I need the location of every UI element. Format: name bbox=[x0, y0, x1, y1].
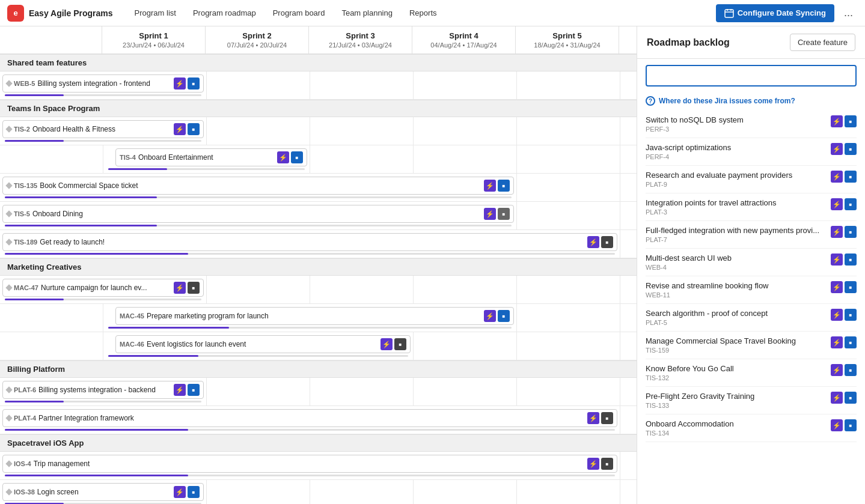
nav-program-list[interactable]: Program list bbox=[127, 5, 183, 21]
backlog-item-action-blue[interactable]: ■ bbox=[845, 336, 857, 348]
backlog-list-item[interactable]: Integration points for travel attraction… bbox=[646, 193, 857, 221]
feature-action-btn-purple[interactable]: ⚡ bbox=[587, 458, 599, 470]
app-logo[interactable]: e Easy Agile Programs bbox=[7, 5, 113, 22]
backlog-list-item[interactable]: Multi-dest search UI webWEB-4⚡■ bbox=[646, 249, 857, 276]
backlog-list-item[interactable]: Research and evaluate payment providersP… bbox=[646, 166, 857, 193]
empty-sprint-cell bbox=[414, 480, 517, 504]
empty-sprint-cell bbox=[310, 117, 414, 145]
backlog-item-action-blue[interactable]: ■ bbox=[845, 392, 857, 404]
backlog-item-action-blue[interactable]: ■ bbox=[845, 281, 857, 293]
backlog-item-action-blue[interactable]: ■ bbox=[845, 198, 857, 210]
sprint-header-4: Sprint 4 04/Aug/24 • 17/Aug/24 bbox=[412, 26, 516, 53]
backlog-item-content: Full-fledged integration with new paymen… bbox=[646, 226, 831, 243]
feature-id: IOS-4 bbox=[14, 460, 31, 467]
backlog-list-item[interactable]: Switch to noSQL DB systemPERF-3⚡■ bbox=[646, 111, 857, 138]
backlog-item-action-blue[interactable]: ■ bbox=[845, 226, 857, 238]
backlog-list-item[interactable]: Manage Commercial Space Travel BookingTI… bbox=[646, 332, 857, 359]
backlog-list-item[interactable]: Revise and streamline booking flowWEB-11… bbox=[646, 276, 857, 304]
feature-action-btn-purple[interactable]: ⚡ bbox=[484, 310, 496, 322]
backlog-item-action-purple[interactable]: ⚡ bbox=[831, 171, 843, 183]
feature-card-MAC-45[interactable]: MAC-45Prepare marketing program for laun… bbox=[115, 307, 514, 325]
team-header-2: Marketing Creatives bbox=[0, 258, 637, 276]
backlog-item-action-purple[interactable]: ⚡ bbox=[831, 392, 843, 404]
backlog-item-action-purple[interactable]: ⚡ bbox=[831, 198, 843, 210]
feature-card-TIS-4[interactable]: TIS-4Onboard Entertainment⚡■ bbox=[115, 148, 307, 166]
feature-action-btn-purple[interactable]: ⚡ bbox=[484, 208, 496, 220]
feature-card-PLAT-6[interactable]: PLAT-6Billing systems integration - back… bbox=[2, 381, 204, 399]
search-input-field[interactable] bbox=[647, 66, 855, 85]
feature-action-btn-purple[interactable]: ⚡ bbox=[277, 151, 289, 163]
backlog-item-action-purple[interactable]: ⚡ bbox=[831, 115, 843, 127]
feature-action-btn-dark[interactable]: ■ bbox=[394, 338, 406, 350]
feature-action-btn-blue[interactable]: ■ bbox=[188, 123, 200, 135]
feature-card-actions: ⚡■ bbox=[381, 338, 406, 350]
configure-date-syncing-button[interactable]: Configure Date Syncing bbox=[716, 4, 834, 22]
feature-card-TIS-5[interactable]: TIS-5Onboard Dining⚡■ bbox=[2, 205, 514, 223]
nav-program-roadmap[interactable]: Program roadmap bbox=[186, 5, 263, 21]
program-board[interactable]: Sprint 1 23/Jun/24 • 06/Jul/24 Sprint 2 … bbox=[0, 26, 637, 504]
backlog-list-item[interactable]: Search algorithm - proof of conceptPLAT-… bbox=[646, 304, 857, 332]
feature-card-TIS-135[interactable]: TIS-135Book Commercial Space ticket⚡■ bbox=[2, 177, 514, 195]
backlog-item-action-purple[interactable]: ⚡ bbox=[831, 226, 843, 238]
backlog-item-action-blue[interactable]: ■ bbox=[845, 419, 857, 431]
feature-action-btn-purple[interactable]: ⚡ bbox=[174, 123, 186, 135]
backlog-item-action-purple[interactable]: ⚡ bbox=[831, 281, 843, 293]
feature-action-btn-blue[interactable]: ■ bbox=[188, 384, 200, 396]
feature-card-IOS-38[interactable]: IOS-38Login screen⚡■ bbox=[2, 483, 204, 501]
backlog-item-action-blue[interactable]: ■ bbox=[845, 309, 857, 321]
jira-help-link[interactable]: ? Where do these Jira issues come from? bbox=[637, 93, 865, 111]
backlog-item-action-blue[interactable]: ■ bbox=[845, 115, 857, 127]
feature-action-btn-purple[interactable]: ⚡ bbox=[587, 412, 599, 424]
feature-card-MAC-47[interactable]: MAC-47Nurture campaign for launch ev...⚡… bbox=[2, 279, 204, 297]
backlog-list-item[interactable]: Pre-Flight Zero Gravity TrainingTIS-133⚡… bbox=[646, 387, 857, 414]
backlog-item-action-purple[interactable]: ⚡ bbox=[831, 364, 843, 376]
feature-action-btn-dark[interactable]: ■ bbox=[601, 412, 613, 424]
sprint-label-spacer bbox=[0, 26, 102, 53]
nav-team-planning[interactable]: Team planning bbox=[334, 5, 400, 21]
feature-action-btn-dark[interactable]: ■ bbox=[188, 282, 200, 294]
feature-action-btn-blue[interactable]: ■ bbox=[188, 77, 200, 90]
nav-reports[interactable]: Reports bbox=[402, 5, 444, 21]
backlog-item-action-purple[interactable]: ⚡ bbox=[831, 419, 843, 431]
feature-id: MAC-45 bbox=[120, 312, 144, 320]
more-options-button[interactable]: ... bbox=[839, 4, 858, 22]
feature-action-btn-blue[interactable]: ■ bbox=[498, 180, 510, 192]
backlog-item-action-blue[interactable]: ■ bbox=[845, 171, 857, 183]
backlog-item-action-purple[interactable]: ⚡ bbox=[831, 254, 843, 266]
feature-action-btn-dark[interactable]: ■ bbox=[601, 236, 613, 248]
feature-action-btn-purple[interactable]: ⚡ bbox=[174, 282, 186, 294]
backlog-list-item[interactable]: Java-script optimizationsPERF-4⚡■ bbox=[646, 138, 857, 166]
backlog-item-action-blue[interactable]: ■ bbox=[845, 143, 857, 155]
feature-action-btn-purple[interactable]: ⚡ bbox=[381, 338, 393, 350]
feature-action-btn-gray[interactable]: ■ bbox=[498, 208, 510, 220]
feature-card-IOS-4[interactable]: IOS-4Trip management⚡■ bbox=[2, 455, 617, 473]
nav-program-board[interactable]: Program board bbox=[266, 5, 332, 21]
feature-action-btn-blue[interactable]: ■ bbox=[498, 310, 510, 322]
backlog-list-item[interactable]: Onboard AccommodationTIS-134⚡■ bbox=[646, 414, 857, 442]
create-feature-button[interactable]: Create feature bbox=[790, 34, 855, 51]
feature-action-btn-purple[interactable]: ⚡ bbox=[174, 486, 186, 498]
backlog-item-action-blue[interactable]: ■ bbox=[845, 364, 857, 376]
feature-card-PLAT-4[interactable]: PLAT-4Partner Integration framework⚡■ bbox=[2, 409, 617, 427]
backlog-item-action-purple[interactable]: ⚡ bbox=[831, 143, 843, 155]
backlog-item-action-blue[interactable]: ■ bbox=[845, 254, 857, 266]
feature-progress-bar bbox=[5, 225, 512, 226]
feature-action-btn-dark[interactable]: ■ bbox=[601, 458, 613, 470]
feature-action-btn-blue[interactable]: ■ bbox=[188, 486, 200, 498]
backlog-search-input[interactable] bbox=[646, 65, 857, 87]
backlog-item-action-purple[interactable]: ⚡ bbox=[831, 336, 843, 348]
backlog-item-action-purple[interactable]: ⚡ bbox=[831, 309, 843, 321]
feature-card-TIS-189[interactable]: TIS-189Get ready to launch!⚡■ bbox=[2, 233, 617, 251]
feature-action-btn-purple[interactable]: ⚡ bbox=[587, 236, 599, 248]
feature-action-btn-purple[interactable]: ⚡ bbox=[174, 77, 186, 90]
feature-action-btn-purple[interactable]: ⚡ bbox=[484, 180, 496, 192]
feature-card-TIS-2[interactable]: TIS-2Onboard Health & Fitness⚡■ bbox=[2, 120, 204, 138]
backlog-list-item[interactable]: Know Before You Go CallTIS-132⚡■ bbox=[646, 359, 857, 387]
feature-action-btn-purple[interactable]: ⚡ bbox=[174, 384, 186, 396]
feature-progress-fill bbox=[5, 299, 64, 300]
backlog-list-item[interactable]: Full-fledged integration with new paymen… bbox=[646, 221, 857, 249]
feature-action-btn-blue[interactable]: ■ bbox=[291, 151, 303, 163]
feature-card-MAC-46[interactable]: MAC-46Event logistics for launch event⚡■ bbox=[115, 335, 411, 353]
feature-progress-fill bbox=[108, 168, 167, 170]
feature-card-WEB-5[interactable]: WEB-5Billing system integration - fronte… bbox=[2, 74, 204, 93]
